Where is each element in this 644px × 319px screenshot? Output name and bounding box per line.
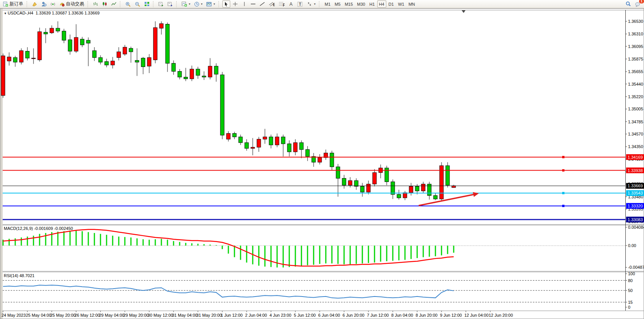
timeframe-mn[interactable]: MN: [406, 0, 417, 8]
price-badge-label: 1.33320: [628, 204, 643, 208]
timeframe-h4[interactable]: H4: [377, 0, 386, 8]
text-tool-button[interactable]: A: [287, 0, 295, 8]
vline-tool-button[interactable]: [240, 0, 248, 8]
price-tick-label: 1.35655: [628, 69, 643, 74]
candle-chart-button[interactable]: [100, 0, 109, 8]
symbol-dropdown-arrow[interactable]: ▼: [4, 12, 8, 15]
candlestick: [415, 187, 419, 191]
price-line-handle[interactable]: [562, 156, 564, 158]
search-button[interactable]: [624, 0, 633, 8]
profile-button[interactable]: [40, 0, 48, 8]
timeframe-w1[interactable]: W1: [396, 0, 406, 8]
new-order-button[interactable]: 新订单: [2, 0, 25, 8]
candlestick: [32, 58, 35, 59]
new-order-icon: [3, 2, 8, 7]
candlestick: [1, 56, 5, 96]
signal-icon: [50, 2, 56, 6]
hline-tool-button[interactable]: [249, 0, 257, 8]
add-indicator-button[interactable]: ▾: [180, 0, 192, 8]
price-line-handle[interactable]: [562, 169, 564, 172]
candlestick: [336, 167, 340, 178]
timeframe-d1[interactable]: D1: [387, 0, 396, 8]
price-badge-label: 1.33669: [628, 183, 643, 188]
time-tick-label: 8 Jun 20:00: [416, 313, 438, 317]
bar-chart-icon: [93, 2, 98, 6]
candlestick: [367, 184, 370, 192]
candlestick: [135, 61, 139, 62]
candlestick: [263, 137, 267, 139]
bar-chart-button[interactable]: [91, 0, 100, 8]
timeframe-m1[interactable]: M1: [323, 0, 332, 8]
candlestick: [190, 69, 194, 79]
toolbar-separator: [218, 1, 220, 7]
window-left-edge: [0, 9, 3, 319]
timeframe-group: M1M5M15M30H1H4D1W1MN: [323, 0, 417, 8]
price-tick-label: 1.36095: [628, 44, 643, 49]
candlestick: [7, 57, 11, 61]
price-badge-label: 1.33543: [628, 191, 643, 195]
price-line-handle[interactable]: [562, 205, 564, 207]
candlestick: [287, 144, 291, 152]
price-badge-label: 1.34169: [628, 155, 643, 160]
zoom-out-button[interactable]: [133, 0, 142, 8]
step-forward-button[interactable]: [166, 0, 174, 8]
candlestick: [300, 143, 303, 150]
candlestick: [159, 24, 163, 28]
arrows-tool-button[interactable]: ▾: [305, 0, 317, 8]
chart-canvas[interactable]: 1.365301.363101.360951.358751.356551.354…: [0, 8, 644, 319]
autotrading-icon: [59, 2, 65, 6]
channel-tool-button[interactable]: E: [267, 0, 276, 8]
candlestick: [281, 137, 285, 144]
periods-button[interactable]: ▾: [193, 0, 204, 8]
time-tick-label: 5 Jun 12:00: [294, 313, 316, 317]
time-tick-label: 25 May 20:00: [50, 313, 76, 317]
candlestick: [245, 143, 249, 148]
signals-button[interactable]: [49, 0, 57, 8]
step-back-button[interactable]: [157, 0, 165, 8]
candlestick: [318, 158, 322, 162]
favorites-button[interactable]: [30, 0, 39, 8]
profile-icon: [41, 2, 46, 6]
label-tool-button[interactable]: T: [296, 0, 304, 8]
crosshair-tool-button[interactable]: [231, 0, 239, 8]
candlestick: [26, 51, 29, 58]
tile-windows-button[interactable]: [143, 0, 151, 8]
notifications-button[interactable]: 1: [633, 0, 642, 8]
candlestick: [196, 69, 200, 75]
clock-icon: [194, 2, 199, 7]
template-icon: [206, 2, 212, 7]
time-tick-label: 31 May 04:00: [172, 313, 198, 317]
autotrading-button[interactable]: 自动交易: [58, 0, 86, 8]
candlestick: [251, 147, 255, 148]
chart-step-end-icon: [167, 2, 173, 6]
candlestick: [373, 172, 376, 184]
price-line-handle[interactable]: [562, 192, 564, 194]
candlestick: [74, 37, 78, 51]
line-chart-button[interactable]: [110, 0, 118, 8]
toolbar-separator: [27, 1, 29, 7]
macd-indicator-label: MACD(12,26,9) -0.001609 -0.002450: [4, 226, 73, 231]
search-icon: [625, 1, 631, 7]
dropdown-caret: ▾: [214, 2, 215, 6]
timeframe-m30[interactable]: M30: [355, 0, 367, 8]
cursor-tool-button[interactable]: [222, 0, 230, 8]
time-tick-label: 12 Jun 04:00: [464, 313, 489, 317]
candlestick: [269, 137, 273, 145]
candlestick: [117, 52, 121, 57]
chart-window[interactable]: 1.365301.363101.360951.358751.356551.354…: [0, 8, 644, 319]
candlestick: [62, 31, 66, 40]
main-toolbar: 新订单 自动交易 ▾ ▾ ▾ E F A T ▾ M1M5M15M30H1H4D…: [0, 0, 644, 8]
candlestick: [13, 57, 17, 62]
price-tick-label: 1.35440: [628, 82, 643, 86]
candle-chart-icon: [102, 2, 107, 6]
timeframe-h1[interactable]: H1: [367, 0, 376, 8]
svg-text:F: F: [283, 3, 285, 6]
templates-button[interactable]: ▾: [205, 0, 217, 8]
zoom-in-button[interactable]: [124, 0, 132, 8]
timeframe-m5[interactable]: M5: [333, 0, 342, 8]
timeframe-m15[interactable]: M15: [343, 0, 355, 8]
trendline-tool-button[interactable]: [258, 0, 266, 8]
add-indicator-icon: [182, 2, 187, 7]
time-tick-label: 25 May 04:00: [26, 313, 51, 317]
fibonacci-tool-button[interactable]: F: [277, 0, 286, 8]
